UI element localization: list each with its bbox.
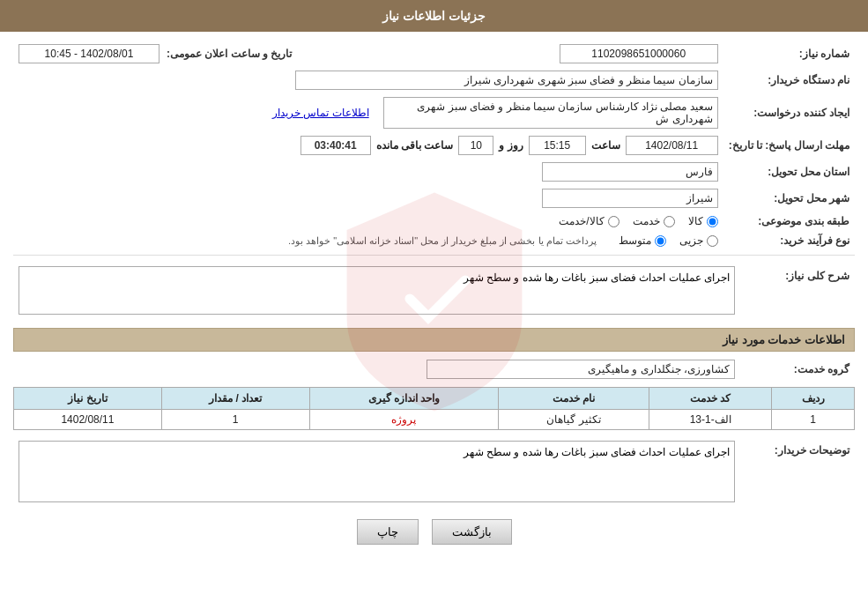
description-label: شرح کلی نیاز:: [740, 263, 855, 321]
buyer-notes-textarea[interactable]: [19, 441, 735, 502]
cell-name: تکثیر گیاهان: [499, 410, 649, 430]
cell-unit: پروژه: [309, 410, 499, 430]
announce-date-value: 1402/08/01 - 10:45: [19, 44, 160, 63]
process-motevaset-option[interactable]: متوسط: [619, 234, 666, 247]
requester-link[interactable]: اطلاعات تماس خریدار: [272, 107, 369, 119]
buyer-org-value: سازمان سیما منظر و فضای سبز شهری شهرداری…: [295, 71, 718, 90]
category-kala-radio[interactable]: [707, 216, 718, 227]
cell-quantity: 1: [161, 410, 309, 430]
cell-row: 1: [772, 410, 855, 430]
requester-label: ایجاد کننده درخواست:: [723, 93, 855, 132]
category-both-option[interactable]: کالا/خدمت: [559, 215, 619, 227]
buyer-org-label: نام دستگاه خریدار:: [723, 67, 855, 93]
col-date: تاریخ نیاز: [14, 388, 162, 410]
col-row: ردیف: [772, 388, 855, 410]
cell-date: 1402/08/11: [14, 410, 162, 430]
response-date: 1402/08/11: [626, 136, 718, 155]
col-unit: واحد اندازه گیری: [309, 388, 499, 410]
city-label: شهر محل تحویل:: [723, 185, 855, 212]
city-value: شیراز: [542, 189, 718, 208]
services-table: ردیف کد خدمت نام خدمت واحد اندازه گیری ت…: [13, 387, 855, 430]
print-button[interactable]: چاپ: [357, 519, 419, 545]
need-number-label: شماره نیاز:: [723, 41, 855, 67]
table-row: 1الف-1-13تکثیر گیاهانپروژه11402/08/11: [14, 410, 855, 430]
response-deadline-label: مهلت ارسال پاسخ: تا تاریخ:: [723, 132, 855, 159]
category-khedmat-radio[interactable]: [664, 216, 675, 227]
need-number-value: 1102098651000060: [560, 44, 718, 63]
days-value: 10: [458, 136, 493, 155]
category-kala-option[interactable]: کالا: [688, 215, 718, 227]
service-group-value: کشاورزی، جنگلداری و ماهیگیری: [427, 360, 735, 379]
buttons-row: بازگشت چاپ: [13, 519, 855, 545]
category-label: طبقه بندی موضوعی:: [723, 212, 855, 231]
page-title: جزئیات اطلاعات نیاز: [382, 9, 486, 23]
process-jozei-label: جزیی: [679, 234, 703, 247]
category-both-radio[interactable]: [608, 216, 619, 227]
col-name: نام خدمت: [499, 388, 649, 410]
process-jozei-radio[interactable]: [707, 235, 718, 247]
process-note: پرداخت تمام یا بخشی از مبلغ خریدار از مح…: [288, 235, 597, 247]
col-code: کد خدمت: [649, 388, 771, 410]
cell-code: الف-1-13: [649, 410, 771, 430]
process-jozei-option[interactable]: جزیی: [679, 234, 718, 247]
days-label: روز و: [499, 139, 523, 152]
requester-value: سعید مصلی نژاد کارشناس سازمان سیما منظر …: [383, 97, 718, 129]
col-quantity: تعداد / مقدار: [161, 388, 309, 410]
remaining-time: 03:40:41: [300, 136, 371, 155]
service-group-label: گروه خدمت:: [740, 356, 855, 382]
back-button[interactable]: بازگشت: [432, 519, 512, 545]
category-khedmat-label: خدمت: [633, 215, 660, 227]
process-motevaset-radio[interactable]: [655, 235, 666, 247]
services-section-title: اطلاعات خدمات مورد نیاز: [13, 328, 855, 352]
category-khedmat-option[interactable]: خدمت: [633, 215, 675, 227]
buyer-notes-label: توضیحات خریدار:: [740, 437, 855, 509]
province-label: استان محل تحویل:: [723, 159, 855, 185]
category-both-label: کالا/خدمت: [559, 215, 604, 227]
category-kala-label: کالا: [688, 215, 703, 227]
response-time: 15:15: [529, 136, 586, 155]
process-motevaset-label: متوسط: [619, 234, 651, 247]
page-header: جزئیات اطلاعات نیاز: [0, 0, 868, 32]
process-label: نوع فرآیند خرید:: [723, 231, 855, 250]
province-value: فارس: [542, 162, 718, 182]
description-textarea[interactable]: [19, 266, 735, 315]
remaining-label: ساعت باقی مانده: [376, 139, 454, 152]
announce-date-label: تاریخ و ساعت اعلان عمومی:: [167, 48, 292, 60]
response-time-label: ساعت: [591, 139, 620, 152]
